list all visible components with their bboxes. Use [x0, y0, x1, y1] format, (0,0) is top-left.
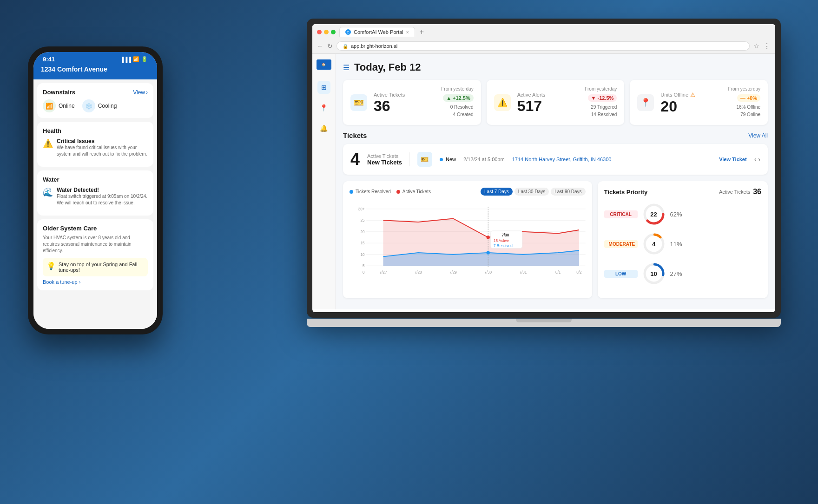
browser-tab-active[interactable]: C ComfortAI Web Portal ×: [339, 27, 415, 37]
priority-title: Tickets Priority: [604, 189, 648, 196]
tab-label: ComfortAI Web Portal: [354, 29, 403, 35]
book-link[interactable]: Book a tune-up ›: [43, 279, 148, 285]
donut-label-low: 10: [650, 270, 657, 277]
phone-status-row: 📶 Online ❄️ Cooling: [43, 99, 148, 112]
filter-icon[interactable]: ☰: [343, 63, 350, 72]
new-tab-button[interactable]: +: [417, 28, 427, 36]
stat-info-tickets: Active Tickets 36: [374, 92, 435, 113]
tab-close-button[interactable]: ×: [406, 30, 409, 35]
ticket-icon-button[interactable]: 🎫: [417, 152, 432, 167]
priority-pct-low: 27%: [670, 270, 682, 277]
page-title: Today, Feb 12: [354, 61, 421, 73]
svg-text:8/1: 8/1: [555, 270, 561, 275]
stat-info-offline: Units Offline ⚠ 20: [660, 92, 721, 114]
svg-text:5: 5: [363, 263, 365, 268]
sidebar-item-location[interactable]: 📍: [317, 101, 330, 114]
priority-item-moderate: MODERATE 4 11%: [604, 232, 761, 255]
svg-text:7/30: 7/30: [484, 270, 492, 275]
browser-top-bar: C ComfortAI Web Portal × +: [317, 27, 771, 37]
lightbulb-icon: 💡: [46, 262, 56, 270]
online-label: Online: [59, 103, 75, 109]
alerts-icon: ⚠️: [494, 94, 511, 111]
ticket-type-value: New Tickets: [367, 159, 402, 166]
ticket-bar: 4 Active Tickets New Tickets 🎫 New 2/12/…: [343, 144, 768, 175]
alerts-resolved-label: Resolved: [598, 112, 617, 117]
phone-section-title-downstairs: Downstairs: [43, 89, 75, 96]
wifi-status-icon: 📶: [43, 99, 56, 112]
close-traffic-light[interactable]: [317, 30, 322, 34]
critical-alert-desc: We have found critical issues with your …: [57, 144, 148, 157]
phone-view-link-downstairs[interactable]: View ›: [133, 89, 148, 96]
fullscreen-traffic-light[interactable]: [331, 30, 336, 34]
stats-row: 🎫 Active Tickets 36 From yesterday ▲ +12…: [343, 80, 768, 125]
cooling-label: Cooling: [98, 103, 117, 109]
legend-label-resolved: Tickets Resolved: [356, 189, 391, 194]
sidebar-item-notifications[interactable]: 🔔: [317, 122, 330, 135]
stat-meta-alerts: From yesterday ▼ -12.5% 29 Triggered 14 …: [585, 86, 617, 118]
phone-section-downstairs: Downstairs View › 📶 Online ❄️ Cooling: [37, 83, 153, 118]
stat-detail-offline: 16% Offline 79 Online: [728, 104, 760, 118]
lock-icon: 🔒: [343, 44, 348, 49]
address-bar[interactable]: 🔒 app.bright-horizon.ai: [336, 41, 750, 51]
created-label: Created: [457, 112, 474, 117]
back-button[interactable]: ←: [317, 42, 323, 50]
url-text: app.bright-horizon.ai: [351, 43, 397, 49]
priority-header: Tickets Priority Active Tickets 36: [604, 188, 761, 196]
ticket-count: 4: [350, 150, 360, 169]
minimize-traffic-light[interactable]: [324, 30, 329, 34]
stat-card-offline: 📍 Units Offline ⚠ 20 From yesterday: [630, 80, 768, 125]
stat-value-alerts: 517: [517, 98, 578, 113]
laptop: C ComfortAI Web Portal × + ← ↻ 🔒 app.bri…: [307, 19, 781, 344]
sidebar: 🏠 ⊞ 📍 🔔: [312, 54, 336, 309]
svg-text:15: 15: [361, 241, 365, 245]
status-dot: [440, 158, 443, 161]
offline-label: Offline: [747, 105, 760, 110]
svg-text:25: 25: [361, 218, 365, 223]
active-count: Active Tickets 36: [719, 188, 761, 196]
more-options-button[interactable]: ⋮: [763, 42, 771, 51]
phone-header: 1234 Comfort Avenue: [33, 65, 157, 79]
stat-value-offline: 20: [660, 99, 721, 114]
priority-badge-critical: CRITICAL: [604, 210, 638, 218]
stat-card-alerts: ⚠️ Active Alerts 517 From yesterday ▼ -1…: [487, 80, 625, 125]
water-section: Water 🌊 Water Detected! Float switch tri…: [37, 170, 153, 216]
svg-text:20: 20: [361, 229, 365, 234]
sidebar-item-dashboard[interactable]: ⊞: [317, 81, 330, 94]
stat-meta-offline: From yesterday — +0% 16% Offline 79 Onli…: [728, 86, 760, 118]
stat-detail-alerts: 29 Triggered 14 Resolved: [585, 104, 617, 118]
ticket-type-label: Active Tickets: [367, 153, 402, 159]
tab-bar: C ComfortAI Web Portal × +: [339, 27, 427, 37]
reload-button[interactable]: ↻: [327, 42, 333, 50]
online-label: Online: [747, 112, 760, 117]
view-all-button[interactable]: View All: [748, 132, 768, 139]
svg-text:8/2: 8/2: [576, 270, 582, 275]
change-badge-offline: — +0%: [737, 94, 760, 102]
online-count: 79: [740, 112, 745, 117]
time-filter-7days[interactable]: Last 7 Days: [481, 188, 513, 196]
next-arrow[interactable]: ›: [758, 156, 760, 163]
browser-chrome: C ComfortAI Web Portal × + ← ↻ 🔒 app.bri…: [312, 24, 775, 54]
care-tip-text: Stay on top of your Spring and Fall tune…: [59, 262, 144, 273]
prev-arrow[interactable]: ‹: [754, 156, 757, 163]
bookmark-button[interactable]: ☆: [753, 42, 759, 50]
divider-vertical: [409, 152, 410, 166]
signal-icon: ▐▐▐: [120, 57, 131, 62]
time-filter-30days[interactable]: Last 30 Days: [515, 188, 549, 196]
critical-alert-title: Critical Issues: [57, 138, 148, 144]
time-filters: Last 7 Days Last 30 Days Last 90 Days: [481, 188, 586, 196]
resolved-label: Resolved: [454, 105, 474, 110]
care-desc: Your HVAC system is over 8 years old and…: [43, 235, 148, 254]
phone-status-icons: ▐▐▐ 📶 🔋: [120, 56, 148, 62]
time-filter-90days[interactable]: Last 90 Days: [551, 188, 585, 196]
donut-label-moderate: 4: [652, 241, 655, 248]
svg-point-24: [487, 251, 490, 255]
view-ticket-button[interactable]: View Ticket: [719, 157, 747, 162]
arrow-up-icon: ▲: [446, 95, 451, 101]
stat-detail-tickets: 0 Resolved 4 Created: [441, 104, 473, 118]
priority-pct-moderate: 11%: [670, 241, 682, 248]
chart-card-priority: Tickets Priority Active Tickets 36 CRITI…: [598, 181, 768, 298]
donut-low: 10: [642, 262, 666, 285]
ticket-date: 2/12/24 at 5:00pm: [463, 157, 505, 162]
traffic-lights: [317, 30, 336, 34]
arrow-right-icon: ›: [79, 279, 81, 285]
